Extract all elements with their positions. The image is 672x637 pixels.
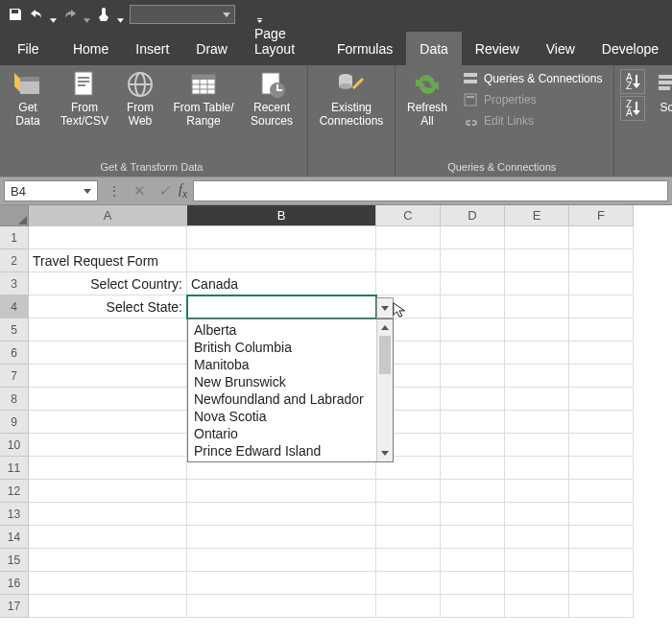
formula-input[interactable] — [193, 180, 668, 201]
cell-f4[interactable] — [569, 295, 634, 318]
cancel-icon[interactable]: ✕ — [127, 182, 152, 200]
cell-f1[interactable] — [569, 226, 634, 249]
cell-f16[interactable] — [569, 572, 634, 595]
cell-d17[interactable] — [441, 595, 505, 618]
cell-b1[interactable] — [187, 226, 376, 249]
cell-b17[interactable] — [187, 595, 376, 618]
cell-d14[interactable] — [441, 526, 505, 549]
enter-icon[interactable]: ✓ — [152, 182, 177, 200]
redo-icon[interactable] — [62, 7, 78, 22]
cell-e15[interactable] — [505, 549, 569, 572]
column-header-d[interactable]: D — [441, 205, 505, 226]
dropdown-option[interactable]: Prince Edward Island — [194, 442, 371, 460]
scroll-down-icon[interactable] — [377, 445, 393, 461]
save-icon[interactable] — [8, 7, 23, 22]
cell-e11[interactable] — [505, 457, 569, 480]
tab-developer[interactable]: Develope — [588, 32, 672, 65]
cell-a7[interactable] — [29, 365, 187, 388]
cell-d9[interactable] — [441, 411, 505, 434]
cell-a3[interactable]: Select Country: — [29, 272, 187, 295]
refresh-all-button[interactable]: Refresh All — [401, 69, 453, 129]
cell-d13[interactable] — [441, 503, 505, 526]
cell-e5[interactable] — [505, 318, 569, 342]
cell-d8[interactable] — [441, 388, 505, 411]
row-header-14[interactable]: 14 — [0, 526, 29, 549]
row-header-1[interactable]: 1 — [0, 226, 29, 249]
cell-c2[interactable] — [376, 249, 441, 272]
properties-button[interactable]: Properties — [463, 92, 602, 107]
cell-e2[interactable] — [505, 249, 569, 272]
tab-draw[interactable]: Draw — [182, 32, 241, 65]
cell-f2[interactable] — [569, 249, 634, 272]
edit-links-button[interactable]: Edit Links — [463, 113, 602, 129]
row-header-11[interactable]: 11 — [0, 457, 29, 480]
cell-f15[interactable] — [569, 549, 634, 572]
cell-a16[interactable] — [29, 572, 187, 595]
cell-e1[interactable] — [505, 226, 569, 249]
cell-e10[interactable] — [505, 434, 569, 457]
cell-d12[interactable] — [441, 480, 505, 503]
tab-home[interactable]: Home — [60, 32, 122, 65]
tab-view[interactable]: View — [533, 32, 588, 65]
existing-connections-button[interactable]: Existing Connections — [314, 69, 389, 129]
tab-page-layout[interactable]: Page Layout — [241, 16, 324, 65]
cell-c17[interactable] — [376, 595, 441, 618]
cell-d5[interactable] — [441, 318, 505, 342]
cell-f17[interactable] — [569, 595, 634, 618]
cell-d16[interactable] — [441, 572, 505, 595]
cell-a12[interactable] — [29, 480, 187, 503]
cell-a6[interactable] — [29, 342, 187, 365]
cell-e7[interactable] — [505, 365, 569, 388]
cell-d1[interactable] — [441, 226, 505, 249]
cell-f8[interactable] — [569, 388, 634, 411]
cell-f3[interactable] — [569, 272, 634, 295]
cell-e8[interactable] — [505, 388, 569, 411]
queries-connections-button[interactable]: Queries & Connections — [463, 71, 602, 86]
tab-file[interactable]: File — [4, 32, 53, 65]
tab-insert[interactable]: Insert — [122, 32, 182, 65]
cell-b4[interactable] — [187, 295, 376, 318]
cell-f11[interactable] — [569, 457, 634, 480]
qat-combo[interactable] — [130, 5, 235, 24]
cell-f14[interactable] — [569, 526, 634, 549]
scroll-up-icon[interactable] — [377, 319, 393, 336]
cell-f13[interactable] — [569, 503, 634, 526]
cell-e9[interactable] — [505, 411, 569, 434]
dropdown-option[interactable]: Newfoundland and Labrador — [194, 390, 371, 408]
cell-c12[interactable] — [376, 480, 441, 503]
cell-c3[interactable] — [376, 272, 441, 295]
touch-dropdown-icon[interactable] — [117, 12, 124, 18]
cell-e17[interactable] — [505, 595, 569, 618]
cell-a14[interactable] — [29, 526, 187, 549]
tab-review[interactable]: Review — [462, 32, 533, 65]
column-header-f[interactable]: F — [569, 205, 634, 226]
dropdown-option[interactable]: Ontario — [194, 425, 371, 442]
dropdown-option[interactable]: Alberta — [194, 321, 371, 339]
cell-c14[interactable] — [376, 526, 441, 549]
name-box-dropdown-icon[interactable] — [84, 189, 91, 194]
row-header-9[interactable]: 9 — [0, 411, 29, 434]
cell-a4[interactable]: Select State: — [29, 295, 187, 318]
cell-d3[interactable] — [441, 272, 505, 295]
cell-c13[interactable] — [376, 503, 441, 526]
cell-e12[interactable] — [505, 480, 569, 503]
undo-dropdown-icon[interactable] — [50, 12, 57, 18]
cell-a15[interactable] — [29, 549, 187, 572]
row-header-3[interactable]: 3 — [0, 272, 29, 295]
undo-icon[interactable] — [29, 7, 44, 22]
data-validation-dropdown-list[interactable]: AlbertaBritish ColumbiaManitobaNew Bruns… — [187, 318, 394, 462]
cell-e4[interactable] — [505, 295, 569, 318]
cell-a17[interactable] — [29, 595, 187, 618]
get-data-button[interactable]: Get Data — [6, 69, 50, 129]
cell-f9[interactable] — [569, 411, 634, 434]
touch-mode-icon[interactable] — [96, 7, 111, 22]
cell-a1[interactable] — [29, 226, 187, 249]
cell-a10[interactable] — [29, 434, 187, 457]
cell-a8[interactable] — [29, 388, 187, 411]
row-header-5[interactable]: 5 — [0, 318, 29, 342]
cell-a13[interactable] — [29, 503, 187, 526]
cell-e13[interactable] — [505, 503, 569, 526]
tab-data[interactable]: Data — [406, 32, 462, 65]
cell-e14[interactable] — [505, 526, 569, 549]
tab-formulas[interactable]: Formulas — [324, 32, 406, 65]
